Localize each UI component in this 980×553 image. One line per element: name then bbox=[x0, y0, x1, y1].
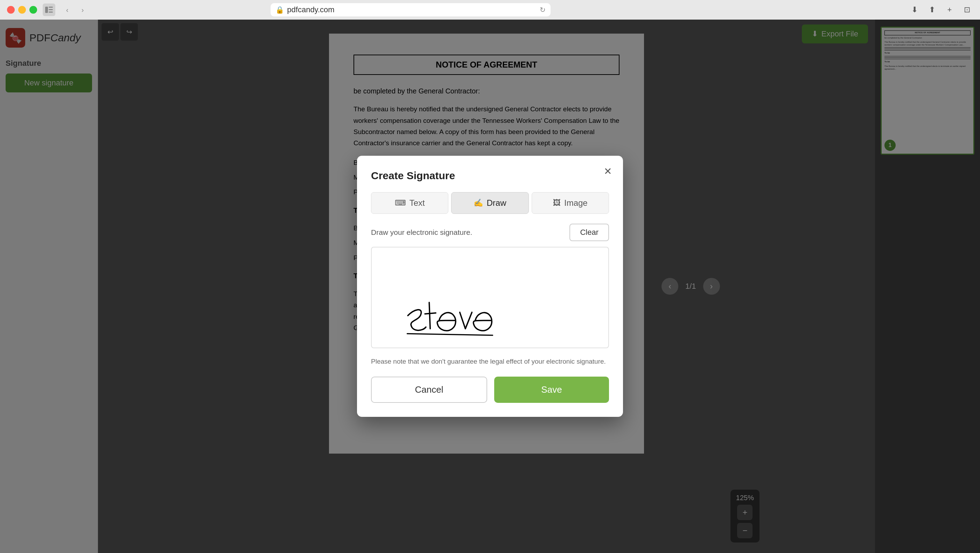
browser-nav: ‹ › bbox=[61, 3, 89, 16]
create-signature-modal: Create Signature ✕ ⌨ Text ✍ Draw 🖼 Image… bbox=[357, 156, 623, 417]
draw-instruction: Draw your electronic signature. bbox=[371, 228, 472, 237]
text-tab-label: Text bbox=[409, 198, 425, 208]
action-buttons: Cancel Save bbox=[371, 377, 609, 403]
sidebar-toggle-btn[interactable] bbox=[43, 3, 55, 16]
text-tab-icon: ⌨ bbox=[395, 199, 406, 208]
forward-button[interactable]: › bbox=[76, 3, 89, 16]
tab-draw[interactable]: ✍ Draw bbox=[451, 192, 528, 214]
traffic-lights bbox=[7, 6, 37, 14]
sidebar-panel-icon[interactable]: ⊡ bbox=[961, 4, 973, 16]
draw-tab-icon: ✍ bbox=[474, 199, 483, 208]
clear-button[interactable]: Clear bbox=[570, 224, 609, 241]
save-button[interactable]: Save bbox=[494, 377, 609, 403]
svg-rect-3 bbox=[49, 11, 53, 13]
svg-rect-0 bbox=[45, 6, 48, 13]
browser-chrome: ‹ › 🔒 pdfcandy.com ↻ ⬇ ⬆ + ⊡ bbox=[0, 0, 980, 20]
fullscreen-traffic-light[interactable] bbox=[29, 6, 37, 14]
reload-icon[interactable]: ↻ bbox=[540, 6, 546, 14]
signature-canvas[interactable] bbox=[371, 247, 609, 348]
lock-icon: 🔒 bbox=[275, 6, 284, 14]
image-tab-icon: 🖼 bbox=[553, 199, 561, 208]
share-icon[interactable]: ⬆ bbox=[926, 4, 938, 16]
tab-image[interactable]: 🖼 Image bbox=[531, 192, 609, 214]
signature-drawing bbox=[372, 248, 608, 348]
tab-text[interactable]: ⌨ Text bbox=[371, 192, 449, 214]
legal-note: Please note that we don't guarantee the … bbox=[371, 357, 609, 367]
signature-tabs: ⌨ Text ✍ Draw 🖼 Image bbox=[371, 192, 609, 214]
modal-overlay: Create Signature ✕ ⌨ Text ✍ Draw 🖼 Image… bbox=[0, 20, 980, 553]
browser-right-icons: ⬇ ⬆ + ⊡ bbox=[908, 4, 973, 16]
image-tab-label: Image bbox=[564, 198, 588, 208]
url-bar[interactable]: 🔒 pdfcandy.com ↻ bbox=[270, 3, 550, 16]
draw-tab-label: Draw bbox=[487, 198, 506, 208]
draw-instruction-row: Draw your electronic signature. Clear bbox=[371, 224, 609, 241]
url-text: pdfcandy.com bbox=[287, 5, 334, 14]
minimize-traffic-light[interactable] bbox=[18, 6, 26, 14]
new-tab-icon[interactable]: + bbox=[943, 4, 956, 16]
close-traffic-light[interactable] bbox=[7, 6, 15, 14]
back-button[interactable]: ‹ bbox=[61, 3, 73, 16]
modal-close-button[interactable]: ✕ bbox=[601, 164, 615, 178]
modal-title: Create Signature bbox=[371, 170, 609, 182]
download-icon[interactable]: ⬇ bbox=[908, 4, 921, 16]
svg-rect-2 bbox=[49, 9, 53, 10]
svg-rect-1 bbox=[49, 6, 53, 8]
cancel-button[interactable]: Cancel bbox=[371, 377, 487, 403]
